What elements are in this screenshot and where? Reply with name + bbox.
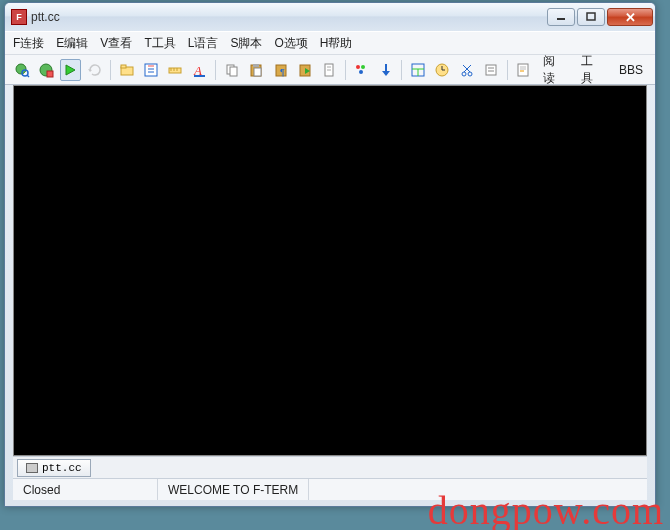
svg-rect-25 xyxy=(254,68,261,76)
app-icon: F xyxy=(11,9,27,25)
menu-edit[interactable]: E编辑 xyxy=(56,35,88,52)
paste-format-icon[interactable]: ¶ xyxy=(270,59,291,81)
menu-language[interactable]: L语言 xyxy=(188,35,219,52)
minimize-button[interactable] xyxy=(547,8,575,26)
list-icon[interactable] xyxy=(480,59,501,81)
window-controls: ✕ xyxy=(547,8,653,26)
window-title: ptt.cc xyxy=(31,10,547,24)
menu-view[interactable]: V查看 xyxy=(100,35,132,52)
svg-point-34 xyxy=(361,65,365,69)
svg-line-47 xyxy=(463,65,470,72)
app-window: F ptt.cc ✕ F连接 E编辑 V查看 T工具 L语言 S脚本 O选项 H… xyxy=(4,2,656,507)
toolbar-bbs-label[interactable]: BBS xyxy=(613,63,649,77)
font-icon[interactable]: A xyxy=(189,59,210,81)
tab-label: ptt.cc xyxy=(42,462,82,474)
status-connection: Closed xyxy=(13,479,158,500)
download-arrow-icon[interactable] xyxy=(375,59,396,81)
svg-rect-48 xyxy=(486,65,496,75)
separator xyxy=(110,60,111,80)
titlebar[interactable]: F ptt.cc ✕ xyxy=(5,3,655,31)
status-welcome: WELCOME TO F-TERM xyxy=(158,479,309,500)
svg-rect-10 xyxy=(121,65,126,68)
svg-point-44 xyxy=(462,72,466,76)
menu-tools[interactable]: T工具 xyxy=(144,35,175,52)
folder-icon[interactable] xyxy=(116,59,137,81)
document-icon[interactable] xyxy=(319,59,340,81)
menubar: F连接 E编辑 V查看 T工具 L语言 S脚本 O选项 H帮助 xyxy=(5,31,655,55)
play-icon[interactable] xyxy=(60,59,81,81)
menu-help[interactable]: H帮助 xyxy=(320,35,353,52)
close-button[interactable]: ✕ xyxy=(607,8,653,26)
svg-point-35 xyxy=(359,70,363,74)
refresh-icon xyxy=(84,59,105,81)
paste-icon[interactable] xyxy=(246,59,267,81)
article-icon[interactable] xyxy=(512,59,533,81)
svg-rect-22 xyxy=(230,67,237,76)
separator xyxy=(507,60,508,80)
svg-rect-51 xyxy=(518,64,528,76)
svg-line-4 xyxy=(27,75,29,77)
separator xyxy=(345,60,346,80)
ruler-icon[interactable] xyxy=(165,59,186,81)
toolbar-tools-label[interactable]: 工具 xyxy=(575,53,610,87)
svg-marker-37 xyxy=(382,71,390,76)
separator xyxy=(215,60,216,80)
addressbook-icon[interactable] xyxy=(140,59,161,81)
maximize-button[interactable] xyxy=(577,8,605,26)
scissors-icon[interactable] xyxy=(456,59,477,81)
statusbar: Closed WELCOME TO F-TERM xyxy=(13,478,647,500)
svg-point-45 xyxy=(468,72,472,76)
svg-rect-6 xyxy=(47,71,53,77)
terminal-viewport[interactable] xyxy=(13,85,647,456)
globe-search-icon[interactable] xyxy=(11,59,32,81)
monitor-icon xyxy=(26,463,38,473)
svg-text:¶: ¶ xyxy=(280,67,285,77)
menu-script[interactable]: S脚本 xyxy=(230,35,262,52)
copy-icon[interactable] xyxy=(221,59,242,81)
svg-rect-1 xyxy=(587,13,595,20)
session-tab[interactable]: ptt.cc xyxy=(17,459,91,477)
separator xyxy=(401,60,402,80)
svg-line-46 xyxy=(464,65,471,72)
color-wand-icon[interactable] xyxy=(351,59,372,81)
menu-connect[interactable]: F连接 xyxy=(13,35,44,52)
toolbar: A ¶ 阅读 工具 BBS xyxy=(5,55,655,85)
svg-marker-7 xyxy=(66,65,75,75)
paste-special-icon[interactable] xyxy=(294,59,315,81)
menu-options[interactable]: O选项 xyxy=(274,35,307,52)
tabbar: ptt.cc xyxy=(13,456,647,478)
svg-rect-24 xyxy=(253,64,259,67)
clock-icon[interactable] xyxy=(432,59,453,81)
svg-point-33 xyxy=(356,65,360,69)
svg-point-2 xyxy=(16,64,26,74)
layout-icon[interactable] xyxy=(407,59,428,81)
toolbar-read-label[interactable]: 阅读 xyxy=(537,53,572,87)
globe-stop-icon[interactable] xyxy=(35,59,56,81)
